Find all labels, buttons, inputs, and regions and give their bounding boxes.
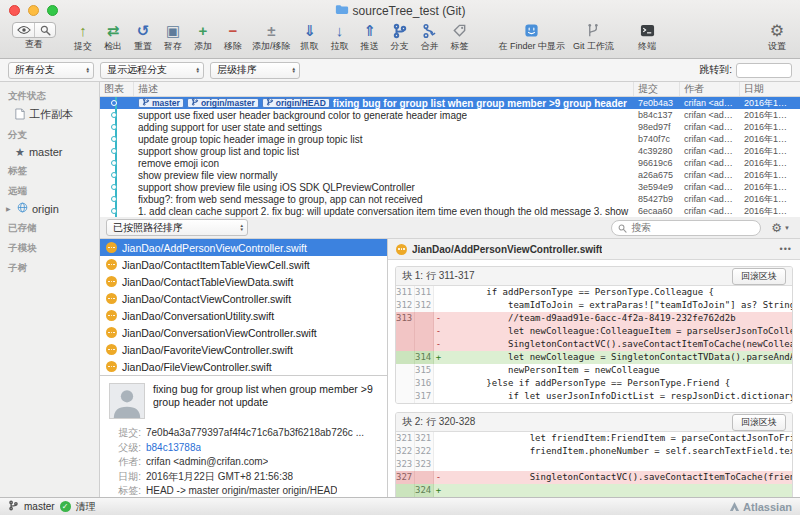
add-remove-icon: ± — [267, 21, 275, 40]
close-window-button[interactable] — [9, 5, 20, 16]
column-header-description[interactable]: 描述 — [134, 82, 634, 96]
clean-check-icon: ✓ — [60, 501, 71, 512]
modified-file-icon — [106, 327, 117, 338]
file-list-item[interactable]: JianDao/AddPersonViewController.swift — [100, 239, 387, 256]
diff-more-button[interactable]: ••• — [780, 244, 792, 254]
diff-line: 316 }else if addPersonType == PersonType… — [396, 377, 792, 390]
jump-to-input[interactable] — [736, 63, 792, 78]
eye-icon[interactable] — [13, 23, 34, 37]
file-panel: JianDao/AddPersonViewController.swiftJia… — [100, 239, 388, 497]
diff-line: 313- //team-d9aad91e-6acc-4f2a-8419-232f… — [396, 312, 792, 325]
avatar — [109, 383, 145, 419]
diff-line: 317 if let userJsonInfoDictList = respJs… — [396, 390, 792, 403]
toolbar-button-show-in-finder[interactable]: 在 Finder 中显示 — [495, 21, 570, 53]
reverse-hunk-button[interactable]: 回滚区块 — [732, 414, 786, 431]
column-header-commit[interactable]: 提交 — [634, 82, 680, 96]
terminal-icon — [640, 21, 655, 40]
sidebar-section-branches: 分支 — [0, 124, 99, 144]
toolbar-button-fetch[interactable]: ⇓抓取 — [295, 21, 325, 53]
diff-search-box — [611, 220, 761, 236]
file-list-item[interactable]: JianDao/ConversationUtility.swift — [100, 307, 387, 324]
minimize-window-button[interactable] — [28, 5, 39, 16]
commit-row[interactable]: support show group list and topic list4c… — [100, 145, 800, 157]
commit-row[interactable]: show preview file view normallya26a675cr… — [100, 169, 800, 181]
sort-filter-label: 层级排序 — [217, 63, 257, 77]
toolbar-button-add[interactable]: +添加 — [188, 21, 218, 53]
file-list-item[interactable]: JianDao/ContactItemTableViewCell.swift — [100, 256, 387, 273]
commit-row[interactable]: adding support for user state and settin… — [100, 121, 800, 133]
column-header-graph[interactable]: 图表 — [100, 82, 134, 96]
commit-icon: ↑ — [79, 21, 87, 40]
commit-node-icon — [111, 208, 117, 214]
sidebar-section-submodules: 子模块 — [0, 237, 99, 257]
sort-order-dropdown[interactable]: 层级排序 ▲▼ — [210, 62, 300, 79]
toolbar-button-git-flow[interactable]: Git 工作流 — [569, 21, 618, 53]
diff-file-header: JianDao/AddPersonViewController.swift ••… — [388, 239, 800, 260]
parent-commit-link[interactable]: b84c13788a — [146, 441, 201, 456]
sidebar: 文件状态工作副本分支★master标签远端▶origin已存储子模块子树 — [0, 82, 100, 497]
branch-filter-dropdown[interactable]: 所有分支 ▲▼ — [8, 62, 94, 79]
search-icon[interactable] — [34, 23, 55, 37]
commit-row[interactable]: support show preview file using iOS SDK … — [100, 181, 800, 193]
toolbar-button-reset[interactable]: ↺重置 — [128, 21, 158, 53]
sidebar-item-remote-origin[interactable]: ▶origin — [0, 200, 99, 217]
disclosure-triangle-icon[interactable]: ▶ — [6, 205, 13, 212]
toolbar-button-settings[interactable]: ⚙ 设置 — [762, 21, 792, 53]
file-sort-dropdown[interactable]: 已按照路径排序 ▲▼ — [106, 219, 248, 236]
folder-icon — [335, 4, 349, 18]
branch-icon — [142, 98, 150, 108]
file-sort-bar: 已按照路径排序 ▲▼ ⚙▼ — [100, 217, 800, 239]
diff-line: 321321 let friendItem:FriendItem = parse… — [396, 432, 792, 445]
star-branch-icon: ★ — [15, 146, 25, 158]
commit-row[interactable]: update group topic header image in group… — [100, 133, 800, 145]
commit-row[interactable]: remove emoji icon96619c6crifan <admin@cr… — [100, 157, 800, 169]
checkout-icon: ⇄ — [107, 21, 120, 40]
sidebar-item-working-copy[interactable]: 工作副本 — [0, 105, 99, 124]
column-header-date[interactable]: 日期 — [740, 82, 800, 96]
commit-meta-value: 7e0b4a3a779397af4f4c71c6a7b3f6218ab726c … — [146, 426, 364, 441]
toolbar-button-view[interactable]: 查看 — [8, 21, 68, 51]
jump-to-label: 跳转到: — [699, 63, 732, 77]
commit-row[interactable]: masterorigin/masterorigin/HEADfixing bug… — [100, 97, 800, 109]
file-list-item[interactable]: JianDao/FileViewController.swift — [100, 358, 387, 375]
commit-row[interactable]: 1. add clean cache support 2. fix bug: w… — [100, 205, 800, 217]
diff-line: 323323 — [396, 458, 792, 471]
commit-row[interactable]: fixbug?: from web send message to group,… — [100, 193, 800, 205]
toolbar-button-remove[interactable]: −移除 — [218, 21, 248, 53]
sidebar-section-tags: 标签 — [0, 160, 99, 180]
diff-options-button[interactable]: ⚙▼ — [767, 221, 794, 235]
toolbar-button-push[interactable]: ⇑推送 — [355, 21, 385, 53]
toolbar-button-tag[interactable]: 标签 — [445, 21, 475, 53]
search-icon — [618, 219, 627, 237]
file-list-item[interactable]: JianDao/FavoriteViewController.swift — [100, 341, 387, 358]
file-list-item[interactable]: JianDao/ConversationViewController.swift — [100, 324, 387, 341]
branch-filter-label: 所有分支 — [15, 63, 55, 77]
commit-row[interactable]: support use fixed user header background… — [100, 109, 800, 121]
toolbar-button-pull[interactable]: ↓拉取 — [325, 21, 355, 53]
gitflow-icon — [586, 21, 601, 40]
diff-line: 311311 if addPersonType == PersonType.Co… — [396, 286, 792, 299]
branch-badge: master — [138, 98, 184, 108]
globe-icon — [17, 202, 28, 215]
toolbar-button-merge[interactable]: 合并 — [415, 21, 445, 53]
toolbar-button-commit[interactable]: ↑提交 — [68, 21, 98, 53]
zoom-window-button[interactable] — [47, 5, 58, 16]
toolbar-button-branch[interactable]: 分支 — [385, 21, 415, 53]
toolbar-button-add-remove[interactable]: ±添加/移除 — [248, 21, 295, 53]
reverse-hunk-button[interactable]: 回滚区块 — [732, 268, 786, 285]
toolbar-button-checkout[interactable]: ⇄检出 — [98, 21, 128, 53]
toolbar-button-stash[interactable]: ▣暂存 — [158, 21, 188, 53]
file-list-item[interactable]: JianDao/ContactTableViewData.swift — [100, 273, 387, 290]
commit-node-icon — [111, 148, 117, 154]
popup-arrows-icon: ▲▼ — [240, 224, 244, 230]
diff-line: 314+ let newColleague = SingletonContact… — [396, 351, 792, 364]
finder-icon — [524, 21, 539, 40]
column-header-author[interactable]: 作者 — [680, 82, 740, 96]
search-input[interactable] — [631, 222, 754, 233]
remote-branches-dropdown[interactable]: 显示远程分支 ▲▼ — [100, 62, 204, 79]
sidebar-section-subtrees: 子树 — [0, 257, 99, 277]
modified-file-icon — [106, 344, 117, 355]
sidebar-item-branch-master[interactable]: ★master — [0, 144, 99, 160]
file-list-item[interactable]: JianDao/ContactViewController.swift — [100, 290, 387, 307]
toolbar-button-terminal[interactable]: 终端 — [632, 21, 662, 53]
